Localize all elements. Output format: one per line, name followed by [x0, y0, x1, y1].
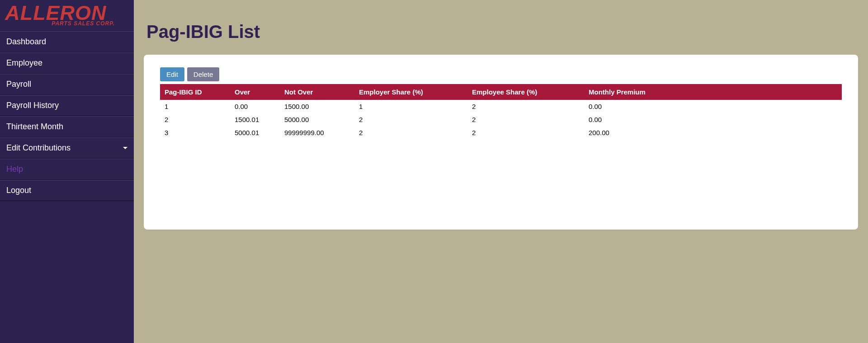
chevron-down-icon [123, 147, 127, 149]
cell-id: 3 [160, 126, 230, 139]
sidebar-item-dashboard[interactable]: Dashboard [0, 31, 134, 52]
sidebar-nav: Dashboard Employee Payroll Payroll Histo… [0, 31, 134, 201]
sidebar-item-edit-contributions[interactable]: Edit Contributions [0, 137, 134, 159]
brand-logo: ALLERON PARTS SALES CORP. [0, 0, 134, 31]
cell-notover: 99999999.00 [280, 126, 354, 139]
sidebar-item-label: Payroll [6, 80, 31, 89]
cell-over: 1500.01 [230, 113, 280, 126]
sidebar: ALLERON PARTS SALES CORP. Dashboard Empl… [0, 0, 134, 343]
main-content: Pag-IBIG List Edit Delete Pag-IBIG ID Ov… [134, 0, 868, 343]
brand-name: ALLERON [5, 5, 128, 21]
sidebar-item-label: Dashboard [6, 37, 46, 47]
cell-employer-share: 2 [354, 113, 467, 126]
pagibig-table: Pag-IBIG ID Over Not Over Employer Share… [160, 84, 842, 139]
sidebar-item-payroll[interactable]: Payroll [0, 74, 134, 95]
action-button-row: Edit Delete [160, 67, 842, 81]
cell-notover: 1500.00 [280, 100, 354, 113]
cell-id: 2 [160, 113, 230, 126]
cell-monthly-premium: 0.00 [584, 113, 842, 126]
table-row[interactable]: 3 5000.01 99999999.00 2 2 200.00 [160, 126, 842, 139]
cell-monthly-premium: 200.00 [584, 126, 842, 139]
sidebar-item-thirteenth-month[interactable]: Thirteent Month [0, 116, 134, 137]
sidebar-item-label: Employee [6, 58, 42, 68]
page-title: Pag-IBIG List [134, 0, 868, 55]
table-header-id: Pag-IBIG ID [160, 84, 230, 100]
table-header-employee-share: Employee Share (%) [467, 84, 584, 100]
table-header-notover: Not Over [280, 84, 354, 100]
table-row[interactable]: 1 0.00 1500.00 1 2 0.00 [160, 100, 842, 113]
table-header-employer-share: Employer Share (%) [354, 84, 467, 100]
delete-button[interactable]: Delete [187, 67, 219, 81]
cell-notover: 5000.00 [280, 113, 354, 126]
sidebar-item-label: Help [6, 164, 23, 174]
cell-employee-share: 2 [467, 113, 584, 126]
table-header-over: Over [230, 84, 280, 100]
sidebar-item-employee[interactable]: Employee [0, 52, 134, 74]
sidebar-item-logout[interactable]: Logout [0, 180, 134, 201]
cell-employer-share: 1 [354, 100, 467, 113]
sidebar-item-label: Logout [6, 186, 31, 195]
content-card: Edit Delete Pag-IBIG ID Over Not Over Em… [144, 55, 858, 230]
table-header-monthly-premium: Monthly Premium [584, 84, 842, 100]
cell-over: 5000.01 [230, 126, 280, 139]
edit-button[interactable]: Edit [160, 67, 184, 81]
cell-over: 0.00 [230, 100, 280, 113]
cell-employee-share: 2 [467, 126, 584, 139]
sidebar-item-payroll-history[interactable]: Payroll History [0, 95, 134, 116]
sidebar-item-label: Payroll History [6, 101, 59, 110]
table-row[interactable]: 2 1500.01 5000.00 2 2 0.00 [160, 113, 842, 126]
table-header-row: Pag-IBIG ID Over Not Over Employer Share… [160, 84, 842, 100]
cell-employee-share: 2 [467, 100, 584, 113]
sidebar-item-label: Thirteent Month [6, 122, 63, 132]
cell-monthly-premium: 0.00 [584, 100, 842, 113]
cell-id: 1 [160, 100, 230, 113]
sidebar-item-help[interactable]: Help [0, 159, 134, 180]
sidebar-item-label: Edit Contributions [6, 143, 71, 153]
cell-employer-share: 2 [354, 126, 467, 139]
